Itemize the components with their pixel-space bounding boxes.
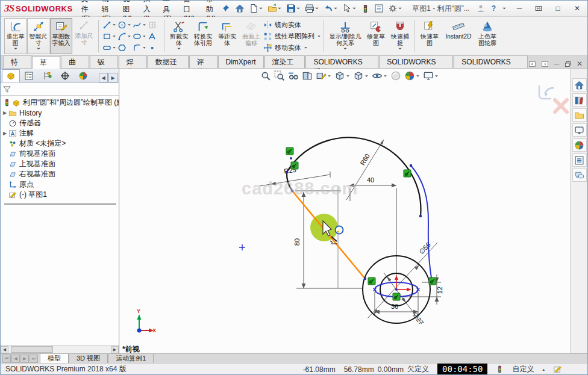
point-tool[interactable] — [146, 42, 161, 54]
sketch-appearance-button[interactable] — [315, 70, 332, 82]
shaded-sketch-contours-button[interactable]: 上色草图轮廓 — [475, 18, 499, 54]
scroll-left-icon[interactable]: ◀ — [1, 346, 8, 353]
doc-minimize-button[interactable]: ─ — [554, 60, 559, 68]
circle-tool[interactable] — [116, 19, 131, 31]
tree-item-annotations[interactable]: ▶ 注解 — [2, 128, 119, 138]
constraint-badges[interactable] — [286, 147, 436, 300]
tree-item-sketch1[interactable]: (-) 草图1 — [2, 190, 119, 200]
convert-entities-button[interactable]: 转换实体引用 — [191, 18, 215, 54]
scroll-right-icon[interactable]: ▶ — [108, 73, 117, 82]
panel-horizontal-scrollbar[interactable]: ◀ ▶ — [1, 345, 119, 353]
tab-surfaces[interactable]: 曲面 — [61, 55, 89, 68]
last-tab-icon[interactable]: ⏭ — [30, 355, 38, 363]
close-button[interactable]: ✕ — [571, 3, 584, 14]
new-document-button[interactable] — [248, 2, 264, 14]
open-button[interactable] — [266, 2, 283, 14]
repair-sketch-button[interactable]: 修复草图 — [364, 18, 388, 54]
tab-sheet-metal[interactable]: 钣金 — [90, 55, 118, 68]
prev-tab-icon[interactable]: ◀ — [11, 355, 20, 363]
pane-right-icon[interactable] — [541, 60, 549, 68]
confirm-cancel-icon[interactable] — [555, 100, 567, 112]
tab-display-manager[interactable] — [74, 69, 92, 82]
tab-solidworks-addins[interactable]: SOLIDWORKS 插件 — [305, 55, 378, 68]
home-button[interactable] — [234, 2, 246, 14]
sketch-point-cross[interactable] — [239, 244, 245, 250]
tab-sketch[interactable]: 草图 — [32, 56, 60, 69]
dimension-label[interactable]: 80 — [293, 238, 301, 246]
appearances-scenes-button[interactable] — [572, 138, 587, 152]
quick-snaps-button[interactable]: 快速捕捉 — [388, 18, 412, 54]
dimension-label[interactable]: 40 — [367, 176, 374, 184]
line-tool[interactable] — [101, 19, 116, 31]
units-selector[interactable]: 自定义 — [512, 364, 534, 374]
pin-menu-icon[interactable] — [222, 4, 230, 13]
mirror-entities-button[interactable]: 镜向实体 — [263, 20, 321, 30]
offset-entities-button[interactable]: 等距实体 — [215, 18, 239, 54]
tab-evaluate[interactable]: 评估 — [189, 55, 217, 68]
move-entities-button[interactable]: 移动实体 — [263, 43, 321, 53]
tab-configuration-manager[interactable] — [38, 69, 56, 82]
spline-tool[interactable] — [131, 19, 146, 31]
ellipse-tool[interactable] — [131, 31, 146, 42]
rectangle-tool[interactable] — [101, 31, 116, 42]
linear-sketch-pattern-button[interactable]: 线性草图阵列 — [263, 31, 321, 42]
tab-solidworks-cam[interactable]: SOLIDWORKS CAM — [454, 55, 528, 68]
dimension-label[interactable]: ∅56 — [418, 241, 432, 255]
next-tab-icon[interactable]: ▶ — [20, 355, 29, 363]
tab-dimxpert[interactable]: DimXpert — [218, 55, 264, 68]
expand-arrow-icon[interactable]: ▶ — [2, 110, 8, 116]
tree-item-origin[interactable]: 原点 — [2, 179, 119, 190]
section-view-button[interactable] — [301, 70, 313, 82]
dimension-label[interactable]: R60 — [358, 152, 371, 166]
file-explorer-button[interactable] — [572, 108, 587, 122]
doc-close-button[interactable]: ✕ — [577, 60, 583, 68]
tab-render-tools[interactable]: 渲染工具 — [264, 55, 305, 68]
tree-item-top-plane[interactable]: 上视基准面 — [2, 159, 119, 169]
save-button[interactable] — [285, 2, 302, 14]
tab-dimxpert-manager[interactable] — [56, 69, 74, 82]
design-library-button[interactable] — [572, 93, 587, 107]
view-settings-button[interactable] — [422, 70, 439, 82]
rapid-sketch-button[interactable]: 快速草图 — [418, 18, 442, 54]
text-tool[interactable] — [146, 31, 161, 42]
trim-entities-button[interactable]: 剪裁实体 — [167, 18, 191, 54]
maximize-button[interactable]: □ — [551, 3, 565, 14]
print-button[interactable] — [304, 2, 321, 14]
sketch-numeric-input-button[interactable]: 草图数字输入 — [50, 18, 72, 54]
tree-item-front-plane[interactable]: 前视基准面 — [2, 149, 119, 159]
property-tabs-button[interactable] — [373, 2, 385, 14]
expand-arrow-icon[interactable]: ▶ — [2, 131, 8, 136]
edit-appearance-button[interactable] — [390, 70, 402, 82]
dimension-dia56[interactable] — [367, 243, 437, 318]
span-displays-button[interactable] — [532, 3, 545, 14]
tab-solidworks-mbd[interactable]: SOLIDWORKS MBD — [379, 55, 453, 68]
previous-view-button[interactable] — [287, 70, 299, 82]
zoom-to-area-button[interactable] — [274, 70, 286, 82]
tree-root[interactable]: 利用“圆”和“周边圆”绘制草图 (默认 — [2, 98, 119, 108]
options-button[interactable] — [387, 2, 404, 14]
display-style-button[interactable] — [352, 70, 369, 82]
undo-button[interactable] — [322, 2, 339, 14]
dimension-label[interactable]: 12 — [436, 287, 443, 294]
tab-data-migration[interactable]: 数据迁移 — [148, 55, 189, 68]
tree-item-material[interactable]: 材质 <未指定> — [2, 138, 119, 149]
fillet-tool[interactable] — [131, 42, 146, 54]
hide-show-items-button[interactable] — [371, 70, 388, 82]
home-tab-button[interactable] — [572, 78, 587, 91]
tab-property-manager[interactable] — [20, 69, 38, 82]
forum-button[interactable] — [572, 169, 587, 182]
doc-restore-icon[interactable] — [564, 60, 572, 68]
slot-tool[interactable] — [101, 42, 116, 54]
tree-item-right-plane[interactable]: 右视基准面 — [2, 169, 119, 179]
confirm-exit-sketch-icon[interactable] — [539, 85, 554, 99]
tab-motion-study[interactable]: 运动算例1 — [108, 354, 154, 363]
scrollbar-thumb[interactable] — [11, 346, 53, 353]
tab-weldments[interactable]: 焊件 — [119, 55, 147, 68]
tree-item-sensors[interactable]: 传感器 — [2, 118, 119, 128]
dimension-label[interactable]: 36 — [391, 303, 398, 310]
view-palette-button[interactable] — [572, 123, 587, 137]
tab-model[interactable]: 模型 — [40, 354, 69, 363]
instant2d-button[interactable]: Instant2D — [442, 18, 475, 54]
view-orientation-button[interactable] — [334, 70, 351, 82]
display-delete-relations-button[interactable]: 显示/删除几何关系 — [327, 18, 364, 54]
